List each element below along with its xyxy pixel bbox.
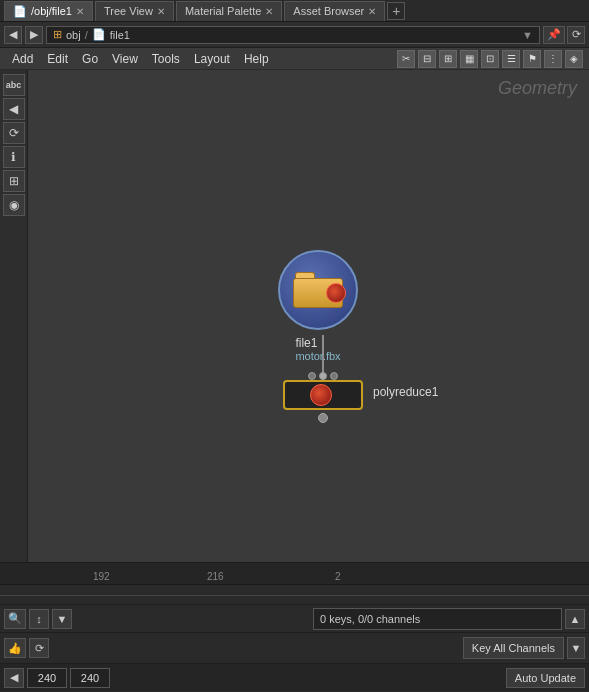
tab-close-file1[interactable]: ✕ xyxy=(76,6,84,17)
tab-obj-file1[interactable]: 📄 /obj/file1 ✕ xyxy=(4,1,93,21)
forward-icon: ▶ xyxy=(30,28,38,41)
toolbar-grid3-icon[interactable]: ⊡ xyxy=(481,50,499,68)
tab-asset-browser[interactable]: Asset Browser ✕ xyxy=(284,1,385,21)
tab-close-material-palette[interactable]: ✕ xyxy=(265,6,273,17)
text-icon: abc xyxy=(6,80,22,90)
path-icon2: 📄 xyxy=(92,28,106,41)
toolbar-grid-icon[interactable]: ⊞ xyxy=(439,50,457,68)
auto-update-button[interactable]: Auto Update xyxy=(506,668,585,688)
pin-button[interactable]: 📌 xyxy=(543,26,565,44)
menu-edit[interactable]: Edit xyxy=(41,50,74,68)
node-file1-circle[interactable] xyxy=(278,250,358,330)
menu-add[interactable]: Add xyxy=(6,50,39,68)
back-button[interactable]: ◀ xyxy=(4,26,22,44)
ruler-mark-192: 192 xyxy=(93,571,110,582)
tab-close-asset-browser[interactable]: ✕ xyxy=(368,6,376,17)
snap-button[interactable]: 🔍 xyxy=(4,609,26,629)
connector-dot-1 xyxy=(308,372,316,380)
tab-material-palette[interactable]: Material Palette ✕ xyxy=(176,1,282,21)
target-icon: ◉ xyxy=(9,198,19,212)
toolbar-extra-icon[interactable]: ◈ xyxy=(565,50,583,68)
frame-current-display[interactable]: 240 xyxy=(27,668,67,688)
tab-icon-file1: 📄 xyxy=(13,5,27,18)
menu-view[interactable]: View xyxy=(106,50,144,68)
side-target-btn[interactable]: ◉ xyxy=(3,194,25,216)
toolbar-list-icon[interactable]: ☰ xyxy=(502,50,520,68)
prev-frame-icon: ◀ xyxy=(10,671,18,684)
snap-icon: 🔍 xyxy=(8,612,22,625)
chevron-down-icon[interactable]: ▼ xyxy=(52,609,72,629)
path-obj: obj xyxy=(66,29,81,41)
tab-close-tree-view[interactable]: ✕ xyxy=(157,6,165,17)
forward-button[interactable]: ▶ xyxy=(25,26,43,44)
ruler-mark-2: 2 xyxy=(335,571,341,582)
side-info-btn[interactable]: ℹ xyxy=(3,146,25,168)
menu-layout[interactable]: Layout xyxy=(188,50,236,68)
refresh-icon: ⟳ xyxy=(35,642,44,655)
node-polyreduce1[interactable]: polyreduce1 xyxy=(283,380,363,423)
back-icon: ◀ xyxy=(9,28,17,41)
frame-end-display[interactable]: 240 xyxy=(70,668,110,688)
address-path[interactable]: ⊞ obj / 📄 file1 ▼ xyxy=(46,26,540,44)
timeline-ruler: 192 216 2 xyxy=(0,563,589,585)
toolbar-dots-icon[interactable]: ⋮ xyxy=(544,50,562,68)
toolbar-cut-icon[interactable]: ✂ xyxy=(397,50,415,68)
menu-help[interactable]: Help xyxy=(238,50,275,68)
side-grid-btn[interactable]: ⊞ xyxy=(3,170,25,192)
addr-right-buttons: 📌 ⟳ xyxy=(543,26,585,44)
key-all-channels-button[interactable]: Key All Channels xyxy=(463,637,564,659)
tab-tree-view[interactable]: Tree View ✕ xyxy=(95,1,174,21)
timeline-track[interactable] xyxy=(0,585,589,605)
folder-icon xyxy=(293,272,343,308)
address-bar: ◀ ▶ ⊞ obj / 📄 file1 ▼ 📌 ⟳ xyxy=(0,22,589,48)
tab-bar: 📄 /obj/file1 ✕ Tree View ✕ Material Pale… xyxy=(0,0,589,22)
toolbar-align-icon[interactable]: ⊟ xyxy=(418,50,436,68)
tab-add-button[interactable]: + xyxy=(387,2,405,20)
info-icon: ℹ xyxy=(11,150,16,164)
side-refresh-btn[interactable]: ⟳ xyxy=(3,122,25,144)
thumb-icon-btn[interactable]: 👍 xyxy=(4,638,26,658)
side-back-btn[interactable]: ◀ xyxy=(3,98,25,120)
pin-icon: 📌 xyxy=(547,28,561,41)
side-text-btn[interactable]: abc xyxy=(3,74,25,96)
node-input-connectors xyxy=(308,372,338,380)
plus-icon: + xyxy=(392,3,400,19)
toolbar-flag-icon[interactable]: ⚑ xyxy=(523,50,541,68)
keys-channels-text: 0 keys, 0/0 channels xyxy=(320,613,420,625)
down-icon: ▼ xyxy=(57,613,68,625)
toolbar-icons: ✂ ⊟ ⊞ ▦ ⊡ ☰ ⚑ ⋮ ◈ xyxy=(397,50,583,68)
connector-dot-3 xyxy=(330,372,338,380)
dropdown-arrow-icon: ▼ xyxy=(522,29,533,41)
node-file1-sublabel: motor.fbx xyxy=(295,350,340,362)
menu-go[interactable]: Go xyxy=(76,50,104,68)
node-graph[interactable]: file1 motor.fbx polyreduce1 xyxy=(28,70,589,562)
side-panel: abc ◀ ⟳ ℹ ⊞ ◉ xyxy=(0,70,28,562)
side-back-icon: ◀ xyxy=(9,102,18,116)
timeline-controls-row2: 👍 ⟳ Key All Channels ▼ xyxy=(0,633,589,663)
node-output-connector xyxy=(318,413,328,423)
keys-expand-button[interactable]: ▲ xyxy=(565,609,585,629)
refresh-icon-btn[interactable]: ⟳ xyxy=(29,638,49,658)
prev-frame-button[interactable]: ◀ xyxy=(4,668,24,688)
grid-icon: ⊞ xyxy=(9,174,19,188)
polyreduce-icon xyxy=(310,384,332,406)
range-icon: ↕ xyxy=(36,613,42,625)
menu-tools[interactable]: Tools xyxy=(146,50,186,68)
tab-label-file1: /obj/file1 xyxy=(31,5,72,17)
connector-dot-2 xyxy=(319,372,327,380)
toolbar-grid2-icon[interactable]: ▦ xyxy=(460,50,478,68)
track-line xyxy=(0,595,589,596)
thumb-icon: 👍 xyxy=(8,642,22,655)
path-icon: ⊞ xyxy=(53,28,62,41)
key-channels-dropdown[interactable]: ▼ xyxy=(567,637,585,659)
viewport: Geometry file1 motor.fbx xyxy=(28,70,589,562)
range-button[interactable]: ↕ xyxy=(29,609,49,629)
path-sep: / xyxy=(85,29,88,41)
sync-button[interactable]: ⟳ xyxy=(567,26,585,44)
tab-label-asset-browser: Asset Browser xyxy=(293,5,364,17)
node-file1[interactable]: file1 motor.fbx xyxy=(278,250,358,362)
side-refresh-icon: ⟳ xyxy=(9,126,19,140)
timeline-controls-row1: 🔍 ↕ ▼ 0 keys, 0/0 channels ▲ xyxy=(0,605,589,633)
node-polyreduce1-box[interactable] xyxy=(283,380,363,410)
houdini-icon xyxy=(326,283,346,303)
